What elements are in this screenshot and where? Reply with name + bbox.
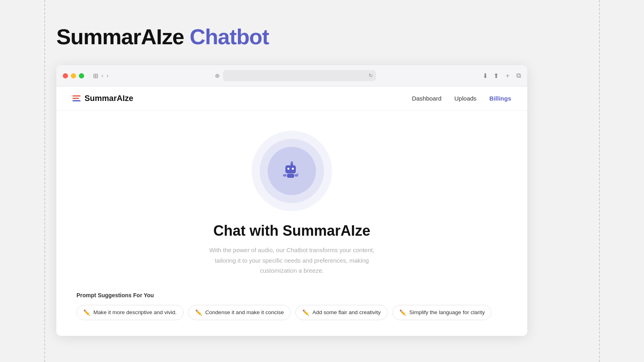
browser-window: ⊞ ‹ › ⊕ ↻ ⬇ ⬆ ＋ ⧉ [56, 65, 527, 336]
security-icon: ⊕ [215, 72, 220, 79]
traffic-light-yellow[interactable] [71, 73, 76, 78]
prompt-chip-icon-3: ✏️ [399, 309, 406, 316]
chat-description: With the power of audio, our Chatbot tra… [199, 245, 384, 276]
prompt-chip-label-2: Add some flair and creativity [312, 309, 381, 315]
dashed-border-left [44, 0, 45, 362]
chat-heading: Chat with SummarAIze [213, 222, 370, 239]
share-icon[interactable]: ⬆ [493, 72, 499, 80]
app-main: ✦ Chat with SummarAIze With the power of… [56, 111, 527, 336]
page-wrapper: SummarAIze Chatbot ⊞ ‹ › ⊕ ↻ [0, 0, 644, 362]
svg-rect-5 [287, 174, 294, 178]
forward-arrow-icon[interactable]: › [107, 72, 109, 79]
app-nav-links: Dashboard Uploads Billings [412, 95, 511, 102]
traffic-lights [63, 73, 84, 78]
traffic-light-red[interactable] [63, 73, 68, 78]
tabs-icon[interactable]: ⧉ [516, 72, 521, 79]
svg-rect-2 [292, 168, 294, 170]
prompt-chip-2[interactable]: ✏️ Add some flair and creativity [295, 305, 388, 320]
svg-text:✦: ✦ [296, 171, 300, 177]
app-content: SummarAIze Dashboard Uploads Billings [56, 86, 527, 336]
back-arrow-icon[interactable]: ‹ [101, 72, 103, 79]
title-black: SummarAIze [56, 25, 184, 49]
svg-rect-6 [283, 174, 287, 177]
prompt-chip-3[interactable]: ✏️ Simplify the language for clarity [392, 305, 492, 320]
prompt-chip-label-0: Make it more descriptive and vivid. [93, 309, 177, 315]
nav-link-billings[interactable]: Billings [489, 95, 511, 102]
browser-actions: ⬇ ⬆ ＋ ⧉ [483, 72, 521, 80]
app-nav: SummarAIze Dashboard Uploads Billings [56, 86, 527, 111]
refresh-icon[interactable]: ↻ [369, 73, 373, 78]
prompt-chip-icon-2: ✏️ [302, 309, 309, 316]
prompt-chip-label-3: Simplify the language for clarity [409, 309, 485, 315]
svg-rect-0 [285, 165, 296, 173]
prompt-chip-icon-0: ✏️ [83, 309, 90, 316]
address-bar-container: ⊕ ↻ [113, 70, 478, 81]
prompt-chips: ✏️ Make it more descriptive and vivid. ✏… [76, 305, 507, 320]
address-bar[interactable]: ↻ [223, 70, 376, 81]
logo-line-1 [72, 95, 80, 97]
logo-icon [72, 95, 80, 101]
logo-line-2 [72, 98, 79, 99]
new-tab-icon[interactable]: ＋ [504, 72, 511, 80]
dashed-border-right [599, 0, 600, 362]
sidebar-toggle-icon[interactable]: ⊞ [93, 72, 98, 80]
prompt-chip-1[interactable]: ✏️ Condense it and make it concise [188, 305, 291, 320]
prompt-chip-0[interactable]: ✏️ Make it more descriptive and vivid. [76, 305, 184, 320]
traffic-light-green[interactable] [79, 73, 84, 78]
prompt-chip-icon-1: ✏️ [195, 309, 202, 316]
browser-chrome: ⊞ ‹ › ⊕ ↻ ⬇ ⬆ ＋ ⧉ [56, 65, 527, 86]
logo-line-3 [72, 100, 80, 101]
prompt-suggestions-label: Prompt Suggestions For You [76, 292, 507, 298]
download-icon[interactable]: ⬇ [483, 72, 488, 80]
title-blue: Chatbot [190, 25, 269, 49]
robot-icon: ✦ [280, 159, 304, 183]
app-logo: SummarAIze [72, 94, 133, 103]
page-title: SummarAIze Chatbot [56, 24, 269, 49]
svg-point-4 [291, 161, 293, 164]
prompt-chip-label-1: Condense it and make it concise [205, 309, 284, 315]
robot-wrapper: ✦ [252, 131, 332, 211]
logo-text: SummarAIze [85, 94, 133, 103]
browser-controls: ⊞ ‹ › [93, 72, 108, 80]
nav-link-dashboard[interactable]: Dashboard [412, 95, 441, 102]
svg-rect-1 [287, 168, 289, 170]
nav-link-uploads[interactable]: Uploads [454, 95, 477, 102]
prompt-suggestions: Prompt Suggestions For You ✏️ Make it mo… [72, 292, 511, 320]
